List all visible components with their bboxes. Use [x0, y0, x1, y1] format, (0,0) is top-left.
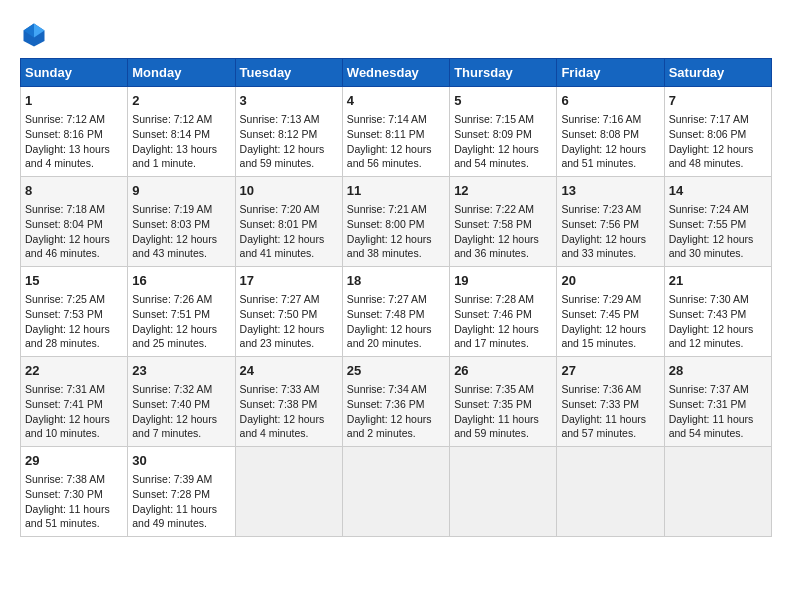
- cell-line: and 4 minutes.: [25, 157, 94, 169]
- cell-line: Sunset: 7:45 PM: [561, 308, 639, 320]
- cell-line: Sunrise: 7:34 AM: [347, 383, 427, 395]
- calendar-body: 1Sunrise: 7:12 AMSunset: 8:16 PMDaylight…: [21, 87, 772, 537]
- day-number: 14: [669, 182, 767, 200]
- calendar-cell: 3Sunrise: 7:13 AMSunset: 8:12 PMDaylight…: [235, 87, 342, 177]
- cell-line: Sunrise: 7:25 AM: [25, 293, 105, 305]
- calendar-header-friday: Friday: [557, 59, 664, 87]
- cell-line: Sunrise: 7:37 AM: [669, 383, 749, 395]
- calendar-cell: 22Sunrise: 7:31 AMSunset: 7:41 PMDayligh…: [21, 357, 128, 447]
- cell-line: Sunrise: 7:35 AM: [454, 383, 534, 395]
- cell-line: and 25 minutes.: [132, 337, 207, 349]
- cell-line: Daylight: 11 hours: [132, 503, 217, 515]
- day-number: 9: [132, 182, 230, 200]
- cell-line: Sunrise: 7:33 AM: [240, 383, 320, 395]
- cell-line: Sunrise: 7:12 AM: [25, 113, 105, 125]
- calendar-cell: [557, 447, 664, 537]
- calendar-header-tuesday: Tuesday: [235, 59, 342, 87]
- cell-line: Daylight: 12 hours: [25, 233, 110, 245]
- cell-line: Daylight: 12 hours: [240, 143, 325, 155]
- day-number: 12: [454, 182, 552, 200]
- header: [20, 20, 772, 48]
- cell-line: and 33 minutes.: [561, 247, 636, 259]
- cell-line: Sunset: 8:16 PM: [25, 128, 103, 140]
- cell-line: Sunrise: 7:23 AM: [561, 203, 641, 215]
- cell-line: and 2 minutes.: [347, 427, 416, 439]
- calendar-cell: 6Sunrise: 7:16 AMSunset: 8:08 PMDaylight…: [557, 87, 664, 177]
- day-number: 22: [25, 362, 123, 380]
- calendar-header-saturday: Saturday: [664, 59, 771, 87]
- cell-line: Daylight: 12 hours: [347, 413, 432, 425]
- day-number: 15: [25, 272, 123, 290]
- calendar-week-3: 15Sunrise: 7:25 AMSunset: 7:53 PMDayligh…: [21, 267, 772, 357]
- calendar-cell: 27Sunrise: 7:36 AMSunset: 7:33 PMDayligh…: [557, 357, 664, 447]
- calendar-header-wednesday: Wednesday: [342, 59, 449, 87]
- day-number: 17: [240, 272, 338, 290]
- cell-line: Daylight: 12 hours: [347, 233, 432, 245]
- day-number: 11: [347, 182, 445, 200]
- cell-line: Daylight: 12 hours: [240, 323, 325, 335]
- calendar-cell: 1Sunrise: 7:12 AMSunset: 8:16 PMDaylight…: [21, 87, 128, 177]
- day-number: 3: [240, 92, 338, 110]
- calendar-cell: 20Sunrise: 7:29 AMSunset: 7:45 PMDayligh…: [557, 267, 664, 357]
- cell-line: and 41 minutes.: [240, 247, 315, 259]
- calendar-cell: 23Sunrise: 7:32 AMSunset: 7:40 PMDayligh…: [128, 357, 235, 447]
- calendar-cell: 30Sunrise: 7:39 AMSunset: 7:28 PMDayligh…: [128, 447, 235, 537]
- cell-line: Daylight: 12 hours: [669, 143, 754, 155]
- cell-line: Daylight: 12 hours: [561, 143, 646, 155]
- cell-line: Sunrise: 7:28 AM: [454, 293, 534, 305]
- cell-line: and 12 minutes.: [669, 337, 744, 349]
- cell-line: and 57 minutes.: [561, 427, 636, 439]
- cell-line: Sunset: 7:35 PM: [454, 398, 532, 410]
- day-number: 7: [669, 92, 767, 110]
- calendar-cell: 28Sunrise: 7:37 AMSunset: 7:31 PMDayligh…: [664, 357, 771, 447]
- calendar-header-monday: Monday: [128, 59, 235, 87]
- cell-line: Sunset: 7:31 PM: [669, 398, 747, 410]
- cell-line: Sunset: 7:33 PM: [561, 398, 639, 410]
- calendar-cell: 21Sunrise: 7:30 AMSunset: 7:43 PMDayligh…: [664, 267, 771, 357]
- cell-line: and 54 minutes.: [454, 157, 529, 169]
- cell-line: Sunset: 7:56 PM: [561, 218, 639, 230]
- calendar-cell: 19Sunrise: 7:28 AMSunset: 7:46 PMDayligh…: [450, 267, 557, 357]
- calendar-cell: [450, 447, 557, 537]
- cell-line: Sunrise: 7:31 AM: [25, 383, 105, 395]
- cell-line: Daylight: 13 hours: [132, 143, 217, 155]
- cell-line: and 15 minutes.: [561, 337, 636, 349]
- cell-line: Sunset: 7:50 PM: [240, 308, 318, 320]
- day-number: 16: [132, 272, 230, 290]
- cell-line: Daylight: 12 hours: [347, 143, 432, 155]
- calendar-cell: 17Sunrise: 7:27 AMSunset: 7:50 PMDayligh…: [235, 267, 342, 357]
- cell-line: Sunrise: 7:21 AM: [347, 203, 427, 215]
- cell-line: and 54 minutes.: [669, 427, 744, 439]
- day-number: 26: [454, 362, 552, 380]
- calendar-cell: 2Sunrise: 7:12 AMSunset: 8:14 PMDaylight…: [128, 87, 235, 177]
- cell-line: Sunset: 8:12 PM: [240, 128, 318, 140]
- cell-line: Sunset: 7:51 PM: [132, 308, 210, 320]
- cell-line: Sunset: 7:38 PM: [240, 398, 318, 410]
- cell-line: Sunrise: 7:27 AM: [240, 293, 320, 305]
- cell-line: Sunrise: 7:16 AM: [561, 113, 641, 125]
- cell-line: and 43 minutes.: [132, 247, 207, 259]
- calendar-cell: 8Sunrise: 7:18 AMSunset: 8:04 PMDaylight…: [21, 177, 128, 267]
- cell-line: Sunset: 7:28 PM: [132, 488, 210, 500]
- cell-line: Daylight: 12 hours: [132, 233, 217, 245]
- cell-line: and 1 minute.: [132, 157, 196, 169]
- cell-line: Sunset: 7:46 PM: [454, 308, 532, 320]
- day-number: 10: [240, 182, 338, 200]
- calendar-cell: 29Sunrise: 7:38 AMSunset: 7:30 PMDayligh…: [21, 447, 128, 537]
- cell-line: Sunset: 7:41 PM: [25, 398, 103, 410]
- calendar-week-5: 29Sunrise: 7:38 AMSunset: 7:30 PMDayligh…: [21, 447, 772, 537]
- cell-line: and 49 minutes.: [132, 517, 207, 529]
- logo-icon: [20, 20, 48, 48]
- cell-line: and 10 minutes.: [25, 427, 100, 439]
- day-number: 13: [561, 182, 659, 200]
- cell-line: Sunrise: 7:18 AM: [25, 203, 105, 215]
- calendar-cell: 5Sunrise: 7:15 AMSunset: 8:09 PMDaylight…: [450, 87, 557, 177]
- calendar-table: SundayMondayTuesdayWednesdayThursdayFrid…: [20, 58, 772, 537]
- cell-line: Sunset: 8:04 PM: [25, 218, 103, 230]
- cell-line: and 30 minutes.: [669, 247, 744, 259]
- calendar-cell: 12Sunrise: 7:22 AMSunset: 7:58 PMDayligh…: [450, 177, 557, 267]
- cell-line: Sunrise: 7:15 AM: [454, 113, 534, 125]
- cell-line: Sunset: 8:00 PM: [347, 218, 425, 230]
- cell-line: and 23 minutes.: [240, 337, 315, 349]
- cell-line: Sunset: 7:30 PM: [25, 488, 103, 500]
